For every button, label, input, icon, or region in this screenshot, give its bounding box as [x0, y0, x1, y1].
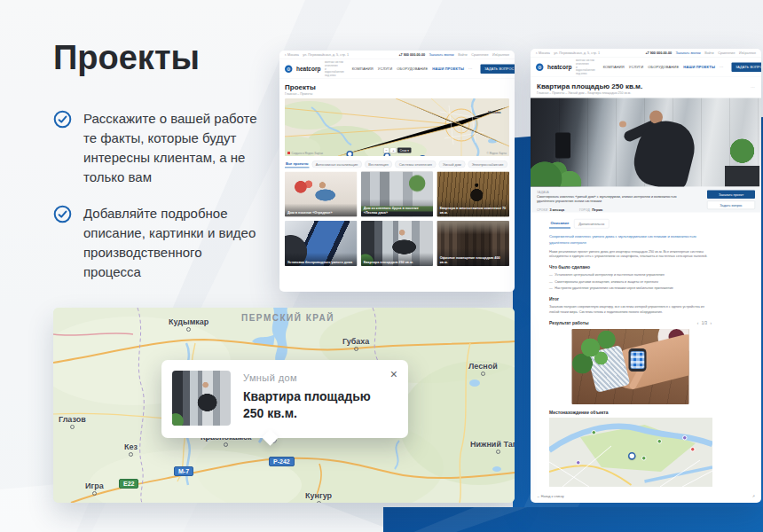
city-label-kez: Кез [124, 442, 138, 457]
callback-link[interactable]: Заказать звонок [676, 51, 701, 56]
map-made-in-label: Создано в Яндекс Картах [287, 152, 323, 154]
map-city-label: Москва [488, 110, 501, 114]
filter-sewage[interactable]: Автономная канализация [311, 160, 361, 168]
filter-smart-home[interactable]: Умный дом [439, 160, 466, 168]
logo-icon[interactable]: ⚙ [536, 64, 544, 72]
gallery-counter: 1/3 [702, 321, 707, 325]
done-item: —Настроено удалённое управление системам… [549, 286, 712, 291]
title-menu-icon[interactable]: ··· [751, 85, 755, 90]
favorites-link[interactable]: Избранное [492, 53, 509, 58]
map-marker[interactable] [690, 447, 696, 452]
map-marker[interactable] [682, 435, 688, 441]
city-label-lesnoy: Лесной [468, 362, 498, 376]
nav-item-services[interactable]: Услуги [629, 66, 643, 70]
ask-question-button[interactable]: Задать вопрос [707, 201, 755, 210]
feature-bullet-text: Расскажите о вашей работе те факты, кото… [83, 109, 259, 187]
nav-more-icon[interactable]: ··· [720, 66, 723, 70]
phone-link[interactable]: +7 900 000-00-00 [645, 51, 672, 56]
map-marker[interactable] [641, 456, 647, 461]
callback-link[interactable]: Заказать звонок [429, 53, 454, 58]
login-link[interactable]: Войти [704, 51, 714, 56]
compare-link[interactable]: Сравнение [471, 53, 488, 58]
popup-title[interactable]: Квартира площадью 250 кв.м. [243, 388, 376, 422]
nav-item-projects[interactable]: Наши проекты [683, 66, 715, 70]
project-card[interactable]: Квартира в многоэтажном комплексе 70 кв.… [437, 172, 509, 217]
zoom-out-button[interactable]: − [383, 148, 389, 153]
yandex-logo-icon [287, 152, 290, 154]
project-card[interactable]: Дом в поселке «Отрадное» [285, 172, 357, 217]
zoom-in-button[interactable]: + [390, 148, 396, 153]
breadcrumb[interactable]: Главная – Проекты – Умный дом – Квартира… [537, 91, 755, 95]
project-map-pin[interactable] [384, 153, 391, 156]
object-location-pin[interactable] [628, 452, 636, 460]
check-circle-icon [53, 110, 72, 129]
road-badge-e22: E22 [119, 479, 138, 489]
project-title: Квартира площадью 250 кв.м. [537, 82, 642, 90]
nav-item-services[interactable]: Услуги [378, 67, 392, 72]
map-attribution: © Яндекс Карты [486, 152, 507, 154]
done-item: —Смонтированы датчики освещения, климата… [549, 279, 712, 285]
city-label-kudymkar: Кудымкар [169, 317, 208, 332]
region-map[interactable]: ПЕРМСКИЙ КРАЙ Кудымкар Губаха Лесной Гла… [53, 308, 515, 503]
project-card[interactable]: Офисное помещение площадью 400 кв.м. [437, 221, 509, 266]
nav-more-icon[interactable]: ··· [468, 67, 472, 72]
site-topbar: г. Москва ул. Первомайская, д. 5, стр. 1… [279, 51, 515, 59]
filter-electricity[interactable]: Электроснабжение [468, 160, 507, 168]
filter-ventilation[interactable]: Вентиляция [365, 160, 392, 168]
logo-tagline: монтаж систем отопленияи водоснабжения п… [576, 59, 595, 75]
project-map-pin[interactable] [420, 155, 427, 156]
compare-link[interactable]: Сравнение [718, 51, 735, 56]
logo-icon[interactable]: ⚙ [285, 66, 293, 74]
map-marker[interactable] [657, 439, 663, 444]
project-card[interactable]: Дом из клееного бруса в поселке «Лесная … [361, 172, 433, 217]
filter-all-projects[interactable]: Все проекты [285, 160, 309, 168]
popup-close-icon[interactable]: × [390, 367, 397, 381]
gallery-prev-icon[interactable]: ‹ [697, 321, 699, 325]
back-link[interactable]: ← Назад к списку [537, 494, 564, 498]
projects-map[interactable]: Москва − + Слои ▾ Создано в Яндекс Карта… [285, 98, 509, 156]
nav-item-equipment[interactable]: Оборудование [648, 66, 679, 70]
nav-item-company[interactable]: Компания [603, 66, 625, 70]
nav-item-equipment[interactable]: Оборудование [397, 67, 428, 72]
meta-value: 3 месяца [549, 208, 564, 213]
map-popup-card[interactable]: Умный дом Квартира площадью 250 кв.м. × [161, 360, 408, 438]
ask-question-button[interactable]: Задать вопрос [480, 65, 515, 74]
map-zoom-controls[interactable]: − + Слои ▾ [383, 148, 411, 153]
road-badge-m7: М-7 [174, 466, 193, 476]
ask-question-button[interactable]: Задать вопрос [731, 63, 761, 73]
result-heading: Итог [549, 296, 712, 301]
map-marker[interactable] [576, 460, 581, 466]
location-map[interactable] [549, 418, 712, 487]
gallery-next-icon[interactable]: › [711, 321, 712, 325]
city-selector[interactable]: г. Москва [285, 53, 299, 58]
photo-shape [619, 121, 626, 128]
logo-text[interactable]: heatcorp [547, 64, 571, 71]
layers-button[interactable]: Слои ▾ [397, 148, 411, 153]
project-filters: Все проекты Автономная канализация Венти… [285, 160, 509, 168]
city-selector[interactable]: г. Москва [536, 51, 550, 56]
projects-heading: Проекты [285, 83, 509, 91]
phone-link[interactable]: +7 900 000-00-00 [398, 53, 425, 58]
favorites-link[interactable]: Избранное [739, 51, 756, 56]
order-project-button[interactable]: Заказать проект [707, 191, 755, 200]
popup-photo [172, 371, 231, 426]
photo-shape [631, 351, 645, 369]
project-card[interactable]: Квартира площадью 250 кв.м. [361, 221, 433, 266]
tab-description[interactable]: Описание [549, 219, 570, 229]
task-label: Задача [537, 191, 683, 194]
login-link[interactable]: Войти [458, 53, 468, 58]
share-icon[interactable]: ↗ [752, 494, 755, 498]
logo-tagline: монтаж систем отопленияи водоснабжения п… [325, 60, 344, 77]
project-card[interactable]: Установка беспроводного умного дома [285, 221, 357, 266]
site-header: ⚙ heatcorp монтаж систем отопленияи водо… [531, 58, 761, 77]
result-photo-smartwatch[interactable] [572, 329, 689, 404]
logo-text[interactable]: heatcorp [296, 66, 320, 73]
breadcrumb[interactable]: Главная – Проекты [285, 92, 509, 96]
nav-item-projects[interactable]: Наши проекты [432, 67, 464, 72]
meta-value: Пермь [592, 208, 602, 213]
filter-heating[interactable]: Системы отопления [395, 160, 436, 168]
map-marker[interactable] [592, 430, 597, 435]
project-map-pin[interactable] [347, 151, 354, 156]
nav-item-company[interactable]: Компания [352, 67, 374, 72]
tab-additional[interactable]: Дополнительно [574, 219, 610, 229]
